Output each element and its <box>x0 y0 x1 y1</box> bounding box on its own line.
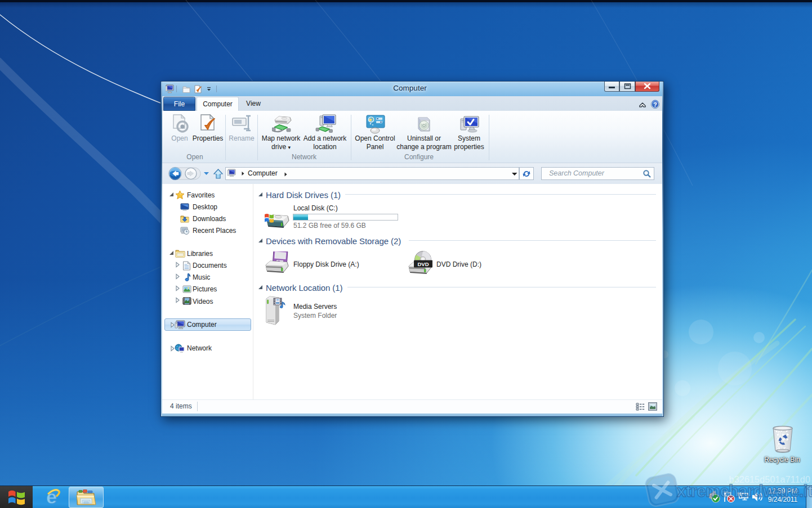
svg-text:xtremehardware.it: xtremehardware.it <box>677 482 812 500</box>
svg-text:?: ? <box>653 101 657 108</box>
svg-text:DVD: DVD <box>417 261 429 267</box>
